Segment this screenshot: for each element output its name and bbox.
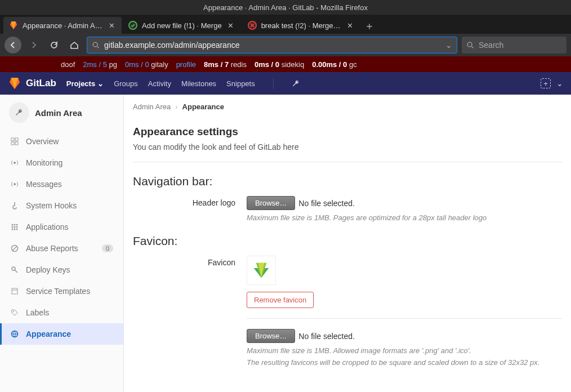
svg-rect-5 [15,138,18,141]
sidebar-item-abuse-reports[interactable]: Abuse Reports 0 [0,238,123,259]
tab-label: break test (!2) · Merge Re [261,21,341,30]
status-ok-icon [128,21,137,30]
sidebar-item-overview[interactable]: Overview [0,131,123,152]
url-bar[interactable]: gitlab.example.com/admin/appearance ⌄ [87,37,457,54]
svg-point-3 [467,42,472,47]
reload-button[interactable] [46,37,62,53]
gitlab-navbar: GitLab Projects ⌄ Groups Activity Milest… [0,72,571,95]
search-icon [466,41,474,49]
file-status: No file selected. [298,199,355,208]
file-status: No file selected. [298,332,355,341]
svg-point-2 [93,42,97,47]
perf-sidekiq: 0ms / 0 [255,60,279,69]
hook-icon [10,201,19,210]
sidebar-header: Admin Area [0,95,123,131]
performance-bar: doof 2ms / 5 pg 0ms / 0 gitaly profile 8… [0,56,571,72]
svg-point-16 [12,229,14,230]
breadcrumb-root[interactable]: Admin Area [133,103,171,111]
favicon-preview [247,256,276,285]
breadcrumb: Admin Area › Appearance [133,103,562,117]
nav-divider [273,78,274,89]
gitlab-favicon-icon [252,261,270,279]
page-title: Appearance settings [133,126,562,138]
search-placeholder: Search [479,41,503,50]
main-content: Admin Area › Appearance Appearance setti… [124,95,571,392]
svg-point-22 [13,311,14,312]
url-text: gitlab.example.com/admin/appearance [104,41,239,50]
key-icon [10,265,19,274]
nav-activity[interactable]: Activity [148,79,171,88]
divider [247,318,562,319]
svg-point-11 [14,224,16,226]
perf-pg[interactable]: 2ms / 5 [83,60,107,69]
label-favicon: Favicon [133,256,247,267]
chevron-down-icon[interactable]: ⌄ [556,79,563,88]
close-icon[interactable]: ✕ [107,21,116,30]
nav-projects[interactable]: Projects ⌄ [66,79,104,88]
perf-gitaly[interactable]: 0ms / 0 [125,60,149,69]
gitlab-favicon-icon [9,21,18,30]
sidebar-item-deploy-keys[interactable]: Deploy Keys [0,259,123,280]
nav-milestones[interactable]: Milestones [181,79,216,88]
browse-favicon-button[interactable]: Browse… [247,329,295,343]
window-titlebar: Appearance · Admin Area · GitLab - Mozil… [0,0,571,15]
remove-favicon-button[interactable]: Remove favicon [247,292,314,308]
chevron-down-icon[interactable]: ⌄ [445,41,452,50]
svg-point-18 [16,229,18,230]
browser-tab[interactable]: Add new file (!1) · Merge ✕ [123,17,241,34]
svg-point-15 [16,226,18,228]
section-navigation-bar: Navigation bar: [133,175,562,188]
hint-favicon-2: The resulting favicons will be cropped t… [247,358,562,367]
browse-header-logo-button[interactable]: Browse… [247,196,295,210]
browser-navbar: gitlab.example.com/admin/appearance ⌄ Se… [0,34,571,56]
sidebar-item-service-templates[interactable]: Service Templates [0,280,123,302]
wrench-icon [9,103,29,123]
sidebar-item-system-hooks[interactable]: System Hooks [0,195,123,216]
svg-point-9 [14,183,16,185]
sidebar-item-applications[interactable]: Applications [0,216,123,238]
nav-snippets[interactable]: Snippets [226,79,255,88]
hint-header-logo: Maximum file size is 1MB. Pages are opti… [247,213,562,222]
svg-point-13 [12,226,14,228]
apps-icon [10,222,19,231]
nav-groups[interactable]: Groups [114,79,138,88]
perf-profile[interactable]: profile [176,60,196,69]
back-button[interactable] [5,37,21,54]
gitlab-logo[interactable]: GitLab [8,77,56,90]
new-tab-button[interactable]: ＋ [362,18,377,34]
browser-tab[interactable]: break test (!2) · Merge Re ✕ [242,17,360,34]
search-icon [92,41,100,49]
svg-rect-21 [12,288,17,294]
abuse-count-badge: 0 [102,244,113,252]
appearance-icon [10,329,19,338]
sidebar-item-labels[interactable]: Labels [0,302,123,323]
svg-rect-7 [15,142,18,145]
tab-label: Appearance · Admin Area [23,21,102,30]
chevron-down-icon: ⌄ [97,79,104,88]
svg-rect-6 [11,142,14,145]
grid-icon [10,137,19,146]
section-favicon: Favicon: [133,234,562,248]
search-bar[interactable]: Search [462,37,566,54]
sidebar-item-messages[interactable]: Messages [0,173,123,195]
svg-point-8 [14,162,16,164]
chevron-right-icon: › [175,103,177,111]
browser-tab[interactable]: Appearance · Admin Area ✕ [3,17,122,34]
sidebar-item-monitoring[interactable]: Monitoring [0,152,123,173]
close-icon[interactable]: ✕ [346,21,355,30]
hint-favicon-1: Maximum file size is 1MB. Allowed image … [247,346,562,355]
sidebar-item-appearance[interactable]: Appearance [0,323,123,345]
forward-button[interactable] [26,37,42,53]
tag-icon [10,308,19,317]
broadcast-icon [10,158,19,167]
tab-label: Add new file (!1) · Merge [142,21,222,30]
admin-sidebar: Admin Area Overview Monitoring Messages … [0,95,124,392]
svg-point-12 [16,224,18,226]
breadcrumb-current: Appearance [182,103,224,111]
svg-point-14 [14,226,16,228]
perf-user: doof [61,60,75,69]
wrench-icon[interactable] [292,79,300,88]
home-button[interactable] [66,37,82,53]
close-icon[interactable]: ✕ [226,21,235,30]
new-project-button[interactable]: + [541,78,551,88]
